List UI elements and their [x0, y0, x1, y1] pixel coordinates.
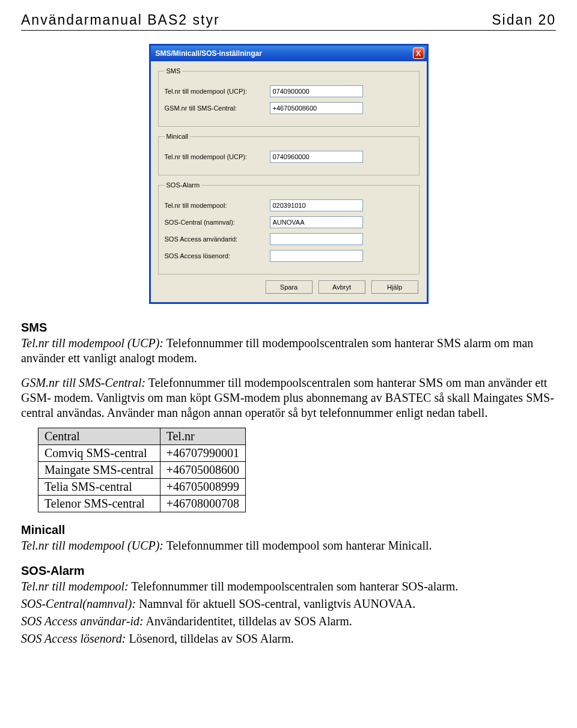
dialog-title: SMS/Minicall/SOS-inställningar	[156, 49, 262, 58]
th-central: Central	[38, 428, 160, 445]
heading-minicall: Minicall	[21, 523, 556, 537]
table-header-row: Central Tel.nr	[38, 428, 246, 445]
table-row: Maingate SMS-central +46705008600	[38, 462, 246, 479]
term: Tel.nr till modempool:	[21, 580, 129, 593]
term: GSM.nr till SMS-Central:	[21, 376, 145, 389]
th-telnr: Tel.nr	[160, 428, 245, 445]
save-button[interactable]: Spara	[266, 281, 313, 294]
cell: +46705008600	[160, 462, 245, 479]
group-sos: SOS-Alarm Tel.nr till modempool: SOS-Cen…	[158, 181, 420, 275]
field-row: GSM.nr till SMS-Central:	[165, 102, 413, 114]
body-text: SMS Tel.nr till modempool (UCP): Telefon…	[21, 321, 556, 646]
cell: Telenor SMS-central	[38, 496, 160, 512]
page-number: Sidan 20	[492, 12, 556, 28]
legend-sms: SMS	[165, 67, 183, 74]
cell: +46705008999	[160, 479, 245, 496]
dialog-titlebar: SMS/Minicall/SOS-inställningar X	[151, 46, 427, 61]
text: Lösenord, tilldelas av SOS Alarm.	[126, 632, 293, 645]
cancel-button[interactable]: Avbryt	[319, 281, 365, 294]
label-sms-ucp: Tel.nr till modempool (UCP):	[165, 88, 270, 95]
input-sms-ucp[interactable]	[270, 85, 363, 97]
cell: +46707990001	[160, 445, 245, 462]
text: Telefonnummer till modempoolscentralen s…	[129, 580, 459, 593]
field-row: Tel.nr till modempool:	[165, 199, 413, 211]
sms-central-table: Central Tel.nr Comviq SMS-central +46707…	[38, 428, 246, 512]
paragraph: Tel.nr till modempool (UCP): Telefonnumm…	[21, 336, 556, 366]
field-row: SOS Access användarid:	[165, 233, 413, 245]
field-row: Tel.nr till modempool (UCP):	[165, 85, 413, 97]
term: Tel.nr till modempool (UCP):	[21, 539, 163, 552]
legend-sos: SOS-Alarm	[165, 181, 202, 189]
term: SOS Access användar-id:	[21, 614, 144, 628]
table-row: Telia SMS-central +46705008999	[38, 479, 246, 496]
doc-title: Användarmanual BAS2 styr	[21, 12, 220, 28]
close-icon[interactable]: X	[413, 47, 424, 59]
label-sos-modempool: Tel.nr till modempool:	[165, 202, 270, 209]
page-header: Användarmanual BAS2 styr Sidan 20	[21, 12, 556, 31]
paragraph: SOS Access lösenord: Lösenord, tilldelas…	[21, 631, 556, 646]
term: SOS-Central(namnval):	[21, 597, 136, 610]
field-row: SOS Access lösenord:	[165, 250, 413, 262]
label-minicall-ucp: Tel.nr till modempool (UCP):	[165, 153, 270, 160]
group-minicall: Minicall Tel.nr till modempool (UCP):	[158, 133, 420, 175]
input-sos-password[interactable]	[270, 250, 363, 262]
term: SOS Access lösenord:	[21, 632, 126, 645]
text: Användaridentitet, tilldelas av SOS Alar…	[144, 614, 352, 628]
paragraph: SOS-Central(namnval): Namnval för aktuel…	[21, 596, 556, 611]
dialog-screenshot: SMS/Minicall/SOS-inställningar X SMS Tel…	[21, 44, 556, 304]
table-row: Comviq SMS-central +46707990001	[38, 445, 246, 462]
cell: +46708000708	[160, 496, 245, 512]
table-row: Telenor SMS-central +46708000708	[38, 496, 246, 512]
input-sos-userid[interactable]	[270, 233, 363, 245]
settings-dialog: SMS/Minicall/SOS-inställningar X SMS Tel…	[149, 44, 429, 304]
text: Telefonnummer till modempool som hantera…	[163, 539, 432, 552]
help-button[interactable]: Hjälp	[371, 281, 418, 294]
cell: Maingate SMS-central	[38, 462, 160, 479]
label-sos-central: SOS-Central (namnval):	[165, 219, 270, 226]
paragraph: SOS Access användar-id: Användaridentite…	[21, 614, 556, 629]
input-minicall-ucp[interactable]	[270, 151, 363, 163]
paragraph: Tel.nr till modempool: Telefonnummer til…	[21, 579, 556, 594]
text: Namnval för aktuell SOS-central, vanligt…	[136, 597, 415, 610]
dialog-buttons: Spara Avbryt Hjälp	[159, 281, 418, 294]
heading-sms: SMS	[21, 321, 556, 335]
cell: Telia SMS-central	[38, 479, 160, 496]
heading-sos: SOS-Alarm	[21, 564, 556, 578]
group-sms: SMS Tel.nr till modempool (UCP): GSM.nr …	[158, 67, 420, 127]
paragraph: Tel.nr till modempool (UCP): Telefonnumm…	[21, 538, 556, 553]
dialog-body: SMS Tel.nr till modempool (UCP): GSM.nr …	[151, 61, 427, 302]
input-sos-modempool[interactable]	[270, 199, 363, 211]
label-sos-userid: SOS Access användarid:	[165, 235, 270, 243]
cell: Comviq SMS-central	[38, 445, 160, 462]
field-row: SOS-Central (namnval):	[165, 216, 413, 228]
field-row: Tel.nr till modempool (UCP):	[165, 151, 413, 163]
input-sos-central[interactable]	[270, 216, 363, 228]
paragraph: GSM.nr till SMS-Central: Telefonnummer t…	[21, 375, 556, 420]
input-sms-gsm[interactable]	[270, 102, 363, 114]
label-sos-password: SOS Access lösenord:	[165, 252, 270, 259]
term: Tel.nr till modempool (UCP):	[21, 336, 163, 350]
legend-minicall: Minicall	[165, 133, 191, 140]
label-sms-gsm: GSM.nr till SMS-Central:	[165, 105, 270, 112]
